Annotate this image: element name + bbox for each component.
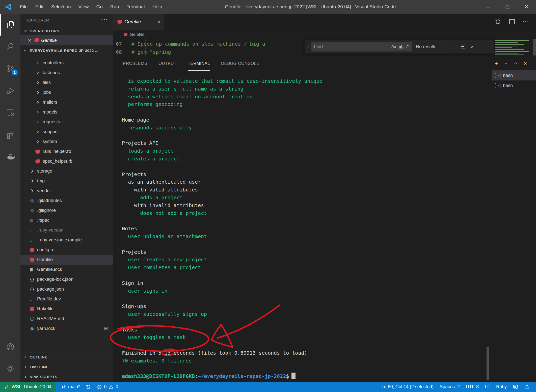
sidebar-section-timeline[interactable]: TIMELINE xyxy=(20,362,113,372)
list-file-icon xyxy=(29,237,35,243)
whole-word-icon[interactable]: ab xyxy=(398,44,405,49)
tree-item-system[interactable]: system xyxy=(20,137,113,147)
tree-item-ruby-version[interactable]: .ruby-version xyxy=(20,225,113,235)
toggle-replace-icon[interactable]: › xyxy=(305,40,311,53)
open-changes-icon[interactable] xyxy=(495,18,501,25)
find-input[interactable] xyxy=(314,44,390,49)
tree-item-yarn-lock[interactable]: yarn.lockM xyxy=(20,324,113,333)
tab-gemfile[interactable]: Gemfile × xyxy=(113,14,164,30)
minimize-button[interactable]: – xyxy=(478,0,498,14)
sidebar-section-outline[interactable]: OUTLINE xyxy=(20,352,113,362)
tree-item-jobs[interactable]: jobs xyxy=(20,88,113,97)
panel-tab-debug-console[interactable]: DEBUG CONSOLE xyxy=(221,56,259,71)
editor-scrollbar[interactable] xyxy=(533,39,536,55)
close-panel-icon[interactable]: × xyxy=(524,60,527,67)
tree-item-config-ru[interactable]: config.ru xyxy=(20,245,113,255)
tree-item-controllers[interactable]: controllers xyxy=(20,58,113,68)
tree-item-gitattributes[interactable]: .gitattributes xyxy=(20,196,113,206)
remote-indicator[interactable]: WSL: Ubuntu-20.04 xyxy=(0,382,56,392)
git-branch-item[interactable]: main* xyxy=(58,382,83,392)
maximize-button[interactable]: ▢ xyxy=(498,0,517,14)
tree-item-vendor[interactable]: vendor xyxy=(20,186,113,196)
tree-item-ruby-version-example[interactable]: .ruby-version.example xyxy=(20,235,113,245)
activity-source-control-icon[interactable]: 1 xyxy=(0,58,20,79)
indentation-item[interactable]: Spaces: 2 xyxy=(437,382,463,392)
panel-tab-problems[interactable]: PROBLEMS xyxy=(123,56,147,71)
activity-remote-explorer-icon[interactable] xyxy=(0,101,20,123)
terminal-line: sends a welcome email on account creatio… xyxy=(122,93,483,101)
tree-item-spec-helper-rb[interactable]: spec_helper.rb xyxy=(20,156,113,166)
tree-item-gemfile[interactable]: Gemfile xyxy=(20,255,113,265)
terminal-dropdown-icon[interactable] xyxy=(504,62,507,65)
git-file-icon xyxy=(29,208,35,214)
activity-docker-icon[interactable] xyxy=(0,145,20,167)
open-editors-header[interactable]: OPEN EDITORS xyxy=(20,26,113,35)
eol-item[interactable]: LF xyxy=(482,382,493,392)
menu-edit[interactable]: Edit xyxy=(32,0,47,14)
tree-item-factories[interactable]: factories xyxy=(20,68,113,78)
terminal-scrollbar[interactable] xyxy=(487,347,489,380)
regex-icon[interactable]: .* xyxy=(405,44,410,49)
maximize-panel-icon[interactable] xyxy=(514,62,518,66)
terminal-content[interactable]: is expected to validate that :email is c… xyxy=(122,77,483,380)
activity-settings-icon[interactable] xyxy=(0,358,20,380)
tree-item-tmp[interactable]: tmp xyxy=(20,176,113,186)
menu-selection[interactable]: Selection xyxy=(47,0,74,14)
menu-file[interactable]: File xyxy=(16,0,32,14)
tree-item-rails-helper-rb[interactable]: rails_helper.rb xyxy=(20,147,113,156)
panel-tab-terminal[interactable]: TERMINAL xyxy=(188,56,210,71)
match-case-icon[interactable]: Aa xyxy=(390,44,398,49)
minimap[interactable] xyxy=(494,39,531,56)
close-button[interactable]: ✕ xyxy=(517,0,536,14)
problems-item[interactable]: 0 0 xyxy=(94,382,121,392)
menu-run[interactable]: Run xyxy=(106,0,123,14)
workspace-section-header[interactable]: EVERYDAYRAILS-RSPEC-JP-2022 ... xyxy=(20,46,113,55)
activity-search-icon[interactable] xyxy=(0,36,20,58)
breadcrumb[interactable]: Gemfile xyxy=(113,30,536,39)
new-terminal-icon[interactable]: + xyxy=(495,60,498,67)
open-editor-item-gemfile[interactable]: × Gemfile xyxy=(20,35,113,45)
tree-item-package-json[interactable]: {}package.json xyxy=(20,284,113,294)
tree-item-files[interactable]: files xyxy=(20,78,113,88)
tree-item-support[interactable]: support xyxy=(20,127,113,137)
terminal-instance-2[interactable]: >bash xyxy=(492,80,536,91)
notifications-item[interactable] xyxy=(521,382,533,392)
next-match-icon[interactable]: ↓ xyxy=(449,44,459,50)
close-find-icon[interactable]: × xyxy=(468,44,477,50)
menu-view[interactable]: View xyxy=(75,0,93,14)
tree-item-models[interactable]: models xyxy=(20,107,113,117)
menu-terminal[interactable]: Terminal xyxy=(123,0,149,14)
terminal-instance-1[interactable]: >bash xyxy=(492,70,536,80)
more-actions-icon[interactable]: ··· xyxy=(523,19,528,24)
sync-item[interactable] xyxy=(83,382,94,392)
previous-match-icon[interactable]: ↑ xyxy=(440,44,449,50)
tree-item-mailers[interactable]: mailers xyxy=(20,97,113,107)
activity-extensions-icon[interactable] xyxy=(0,123,20,145)
activity-accounts-icon[interactable] xyxy=(0,336,20,358)
activity-run-debug-icon[interactable] xyxy=(0,79,20,101)
menu-help[interactable]: Help xyxy=(148,0,166,14)
sidebar-section-npm-scripts[interactable]: NPM SCRIPTS xyxy=(20,372,113,382)
tree-item-rspec[interactable]: .rspec xyxy=(20,215,113,225)
menu-go[interactable]: Go xyxy=(92,0,106,14)
tree-item-readme-md[interactable]: README.md xyxy=(20,314,113,324)
tree-item-rakefile[interactable]: Rakefile xyxy=(20,304,113,314)
tree-item-gemfile-lock[interactable]: Gemfile.lock xyxy=(20,265,113,274)
panel-tab-output[interactable]: OUTPUT xyxy=(158,56,177,71)
feedback-item[interactable] xyxy=(510,382,521,392)
cursor-position-item[interactable]: Ln 80, Col 14 (2 selected) xyxy=(379,382,437,392)
tree-item-requests[interactable]: requests xyxy=(20,117,113,127)
encoding-item[interactable]: UTF-8 xyxy=(463,382,482,392)
close-icon[interactable]: × xyxy=(157,19,160,25)
tree-item-procfile-dev[interactable]: Procfile.dev xyxy=(20,294,113,304)
tree-item-storage[interactable]: storage xyxy=(20,166,113,176)
close-icon[interactable]: × xyxy=(27,38,32,43)
language-mode-item[interactable]: Ruby xyxy=(493,382,510,392)
tree-item-package-lock-json[interactable]: {}package-lock.json xyxy=(20,274,113,284)
tree-item-gitignore[interactable]: .gitignore xyxy=(20,206,113,215)
chevron-right-icon xyxy=(35,129,41,135)
explorer-more-actions-icon[interactable]: ··· xyxy=(101,17,108,23)
activity-explorer-icon[interactable] xyxy=(0,14,20,36)
find-in-selection-icon[interactable] xyxy=(459,44,468,50)
split-editor-icon[interactable] xyxy=(509,18,515,25)
